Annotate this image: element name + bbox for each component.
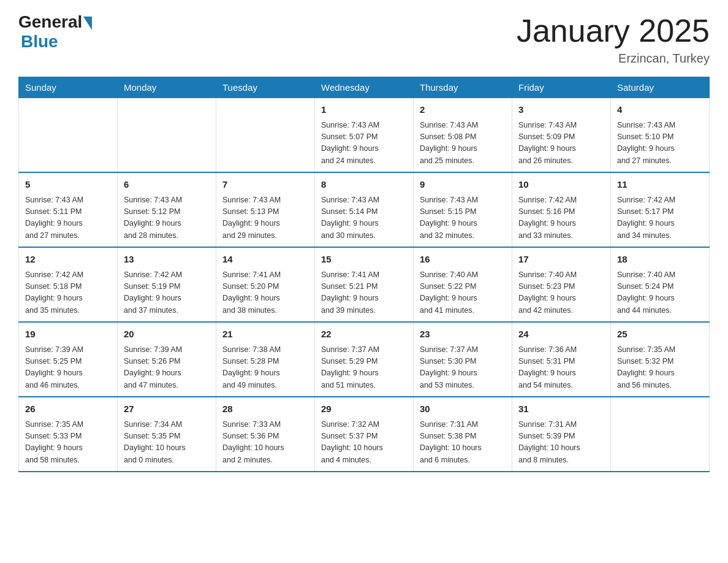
calendar-day-cell: 9Sunrise: 7:43 AMSunset: 5:15 PMDaylight… [414, 172, 512, 247]
day-info: Sunrise: 7:42 AMSunset: 5:16 PMDaylight:… [518, 194, 604, 242]
day-info: Sunrise: 7:41 AMSunset: 5:20 PMDaylight:… [222, 269, 308, 317]
calendar-day-cell: 12Sunrise: 7:42 AMSunset: 5:18 PMDayligh… [19, 247, 118, 322]
day-number: 25 [617, 327, 703, 342]
day-info: Sunrise: 7:35 AMSunset: 5:33 PMDaylight:… [25, 419, 111, 467]
day-number: 26 [25, 402, 111, 416]
day-info: Sunrise: 7:31 AMSunset: 5:38 PMDaylight:… [420, 419, 506, 467]
calendar-day-cell: 3Sunrise: 7:43 AMSunset: 5:09 PMDaylight… [512, 98, 611, 173]
calendar-week-row: 12Sunrise: 7:42 AMSunset: 5:18 PMDayligh… [19, 247, 710, 322]
calendar-week-row: 19Sunrise: 7:39 AMSunset: 5:25 PMDayligh… [19, 322, 710, 397]
header: General Blue January 2025 Erzincan, Turk… [18, 12, 710, 66]
day-number: 5 [25, 178, 111, 192]
logo-blue-text: Blue [21, 32, 58, 52]
calendar-day-cell: 29Sunrise: 7:32 AMSunset: 5:37 PMDayligh… [315, 397, 414, 472]
calendar-day-cell [611, 397, 710, 472]
day-number: 21 [222, 327, 308, 342]
day-number: 20 [124, 327, 210, 342]
day-number: 28 [222, 402, 308, 416]
calendar-day-cell: 21Sunrise: 7:38 AMSunset: 5:28 PMDayligh… [216, 322, 315, 397]
day-info: Sunrise: 7:43 AMSunset: 5:08 PMDaylight:… [420, 120, 506, 167]
calendar-table: SundayMondayTuesdayWednesdayThursdayFrid… [18, 77, 710, 472]
calendar-day-cell: 4Sunrise: 7:43 AMSunset: 5:10 PMDaylight… [611, 98, 710, 173]
calendar-week-row: 26Sunrise: 7:35 AMSunset: 5:33 PMDayligh… [19, 397, 710, 472]
calendar-day-cell: 15Sunrise: 7:41 AMSunset: 5:21 PMDayligh… [315, 247, 414, 322]
day-info: Sunrise: 7:37 AMSunset: 5:30 PMDaylight:… [420, 344, 506, 392]
day-number: 7 [222, 178, 308, 192]
calendar-day-cell: 11Sunrise: 7:42 AMSunset: 5:17 PMDayligh… [611, 172, 710, 247]
day-number: 9 [420, 178, 506, 192]
day-number: 15 [321, 253, 407, 267]
calendar-day-cell: 20Sunrise: 7:39 AMSunset: 5:26 PMDayligh… [118, 322, 216, 397]
day-info: Sunrise: 7:35 AMSunset: 5:32 PMDaylight:… [617, 344, 703, 392]
day-number: 6 [124, 178, 210, 192]
day-info: Sunrise: 7:33 AMSunset: 5:36 PMDaylight:… [222, 419, 308, 467]
calendar-day-cell: 18Sunrise: 7:40 AMSunset: 5:24 PMDayligh… [611, 247, 710, 322]
calendar-day-cell: 13Sunrise: 7:42 AMSunset: 5:19 PMDayligh… [118, 247, 216, 322]
calendar-day-cell: 10Sunrise: 7:42 AMSunset: 5:16 PMDayligh… [512, 172, 611, 247]
day-info: Sunrise: 7:32 AMSunset: 5:37 PMDaylight:… [321, 419, 407, 467]
day-info: Sunrise: 7:36 AMSunset: 5:31 PMDaylight:… [518, 344, 604, 392]
calendar-day-cell: 17Sunrise: 7:40 AMSunset: 5:23 PMDayligh… [512, 247, 611, 322]
day-number: 24 [518, 327, 604, 342]
day-number: 18 [617, 253, 703, 267]
day-number: 8 [321, 178, 407, 192]
day-number: 22 [321, 327, 407, 342]
day-info: Sunrise: 7:43 AMSunset: 5:15 PMDaylight:… [420, 194, 506, 242]
day-number: 14 [222, 253, 308, 267]
day-info: Sunrise: 7:39 AMSunset: 5:25 PMDaylight:… [25, 344, 111, 392]
day-number: 11 [617, 178, 703, 192]
day-info: Sunrise: 7:40 AMSunset: 5:22 PMDaylight:… [420, 269, 506, 317]
calendar-day-cell: 22Sunrise: 7:37 AMSunset: 5:29 PMDayligh… [315, 322, 414, 397]
day-number: 23 [420, 327, 506, 342]
calendar-day-cell [216, 98, 315, 173]
page-title: January 2025 [517, 12, 710, 49]
calendar-day-cell: 16Sunrise: 7:40 AMSunset: 5:22 PMDayligh… [414, 247, 512, 322]
calendar-day-cell: 2Sunrise: 7:43 AMSunset: 5:08 PMDaylight… [414, 98, 512, 173]
day-info: Sunrise: 7:41 AMSunset: 5:21 PMDaylight:… [321, 269, 407, 317]
day-number: 10 [518, 178, 604, 192]
day-number: 19 [25, 327, 111, 342]
day-info: Sunrise: 7:42 AMSunset: 5:18 PMDaylight:… [25, 269, 111, 317]
day-info: Sunrise: 7:38 AMSunset: 5:28 PMDaylight:… [222, 344, 308, 392]
day-number: 13 [124, 253, 210, 267]
day-number: 12 [25, 253, 111, 267]
calendar-day-cell: 8Sunrise: 7:43 AMSunset: 5:14 PMDaylight… [315, 172, 414, 247]
day-info: Sunrise: 7:39 AMSunset: 5:26 PMDaylight:… [124, 344, 210, 392]
calendar-day-cell: 23Sunrise: 7:37 AMSunset: 5:30 PMDayligh… [414, 322, 512, 397]
calendar-day-cell: 7Sunrise: 7:43 AMSunset: 5:13 PMDaylight… [216, 172, 315, 247]
day-info: Sunrise: 7:43 AMSunset: 5:12 PMDaylight:… [124, 194, 210, 242]
day-info: Sunrise: 7:34 AMSunset: 5:35 PMDaylight:… [124, 419, 210, 467]
weekday-header-cell: Sunday [19, 77, 118, 98]
day-info: Sunrise: 7:42 AMSunset: 5:19 PMDaylight:… [124, 269, 210, 317]
calendar-day-cell: 14Sunrise: 7:41 AMSunset: 5:20 PMDayligh… [216, 247, 315, 322]
calendar-day-cell: 25Sunrise: 7:35 AMSunset: 5:32 PMDayligh… [611, 322, 710, 397]
day-info: Sunrise: 7:43 AMSunset: 5:07 PMDaylight:… [321, 120, 407, 167]
calendar-day-cell: 6Sunrise: 7:43 AMSunset: 5:12 PMDaylight… [118, 172, 216, 247]
day-info: Sunrise: 7:43 AMSunset: 5:13 PMDaylight:… [222, 194, 308, 242]
calendar-day-cell: 27Sunrise: 7:34 AMSunset: 5:35 PMDayligh… [118, 397, 216, 472]
day-info: Sunrise: 7:31 AMSunset: 5:39 PMDaylight:… [518, 419, 604, 467]
weekday-header-cell: Tuesday [216, 77, 315, 98]
day-number: 17 [518, 253, 604, 267]
calendar-day-cell: 26Sunrise: 7:35 AMSunset: 5:33 PMDayligh… [19, 397, 118, 472]
day-info: Sunrise: 7:37 AMSunset: 5:29 PMDaylight:… [321, 344, 407, 392]
calendar-day-cell [118, 98, 216, 173]
calendar-day-cell: 28Sunrise: 7:33 AMSunset: 5:36 PMDayligh… [216, 397, 315, 472]
calendar-day-cell: 30Sunrise: 7:31 AMSunset: 5:38 PMDayligh… [414, 397, 512, 472]
day-number: 31 [518, 402, 604, 416]
weekday-header-cell: Monday [118, 77, 216, 98]
day-number: 16 [420, 253, 506, 267]
weekday-header-cell: Saturday [611, 77, 710, 98]
calendar-body: 1Sunrise: 7:43 AMSunset: 5:07 PMDaylight… [19, 98, 710, 472]
subtitle: Erzincan, Turkey [517, 52, 710, 66]
title-area: January 2025 Erzincan, Turkey [517, 12, 710, 66]
day-info: Sunrise: 7:42 AMSunset: 5:17 PMDaylight:… [617, 194, 703, 242]
calendar-day-cell [19, 98, 118, 173]
weekday-header-row: SundayMondayTuesdayWednesdayThursdayFrid… [19, 77, 710, 98]
calendar-day-cell: 1Sunrise: 7:43 AMSunset: 5:07 PMDaylight… [315, 98, 414, 173]
logo-arrow-icon [83, 17, 92, 30]
calendar-day-cell: 5Sunrise: 7:43 AMSunset: 5:11 PMDaylight… [19, 172, 118, 247]
calendar-week-row: 1Sunrise: 7:43 AMSunset: 5:07 PMDaylight… [19, 98, 710, 173]
weekday-header-cell: Thursday [414, 77, 512, 98]
day-number: 3 [518, 103, 604, 117]
